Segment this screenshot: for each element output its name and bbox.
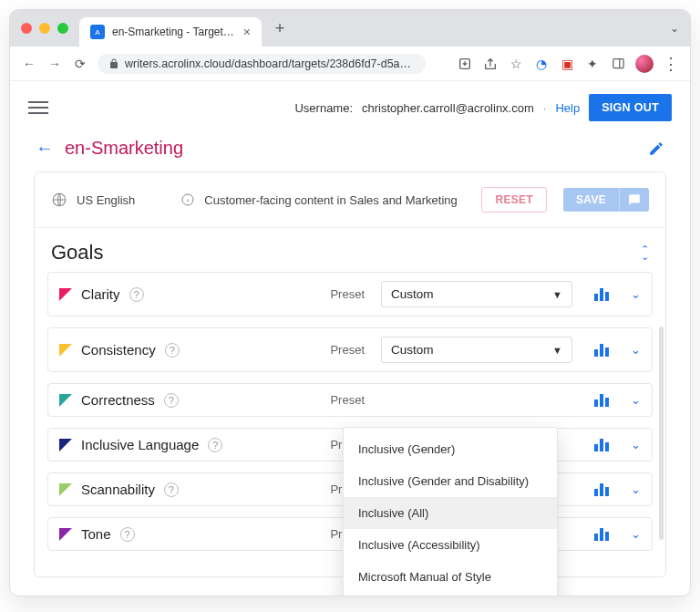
panel-icon[interactable] <box>610 56 626 72</box>
goals-list: Clarity ? Preset Custom ▼ ⌄ Consistency … <box>35 272 665 576</box>
username-label: Username: <box>294 101 353 115</box>
close-window-icon[interactable] <box>21 23 32 34</box>
expand-icon[interactable]: ⌄ <box>631 287 641 301</box>
goal-color-icon <box>59 394 72 407</box>
goal-name: Consistency <box>81 342 156 358</box>
goal-color-icon <box>59 528 72 541</box>
url-text: writers.acrolinx.cloud/dashboard/targets… <box>125 57 415 70</box>
back-arrow-icon[interactable]: ← <box>36 138 54 159</box>
goal-name: Clarity <box>81 286 120 302</box>
page-title: en-Smarketing <box>65 138 183 159</box>
dropdown-item[interactable]: Inclusive (Accessibility) <box>344 529 557 561</box>
chart-icon[interactable] <box>594 528 609 541</box>
scrollbar[interactable] <box>659 327 664 540</box>
goal-color-icon <box>59 483 72 496</box>
extensions-icon[interactable]: ✦ <box>584 56 601 72</box>
preset-select[interactable]: Custom ▼ <box>381 281 572 307</box>
favicon-icon: A <box>90 25 105 39</box>
dropdown-item[interactable]: Microsoft Manual of Style <box>344 561 557 593</box>
page-title-row: ← en-Smarketing <box>10 134 690 171</box>
info-icon[interactable] <box>180 192 195 207</box>
goals-title: Goals <box>51 241 103 265</box>
maximize-window-icon[interactable] <box>57 23 68 34</box>
url-field[interactable]: writers.acrolinx.cloud/dashboard/targets… <box>98 54 426 74</box>
edit-icon[interactable] <box>648 140 664 157</box>
globe-icon <box>51 192 67 208</box>
preset-value: Custom <box>391 287 434 301</box>
back-icon[interactable]: ← <box>21 57 37 71</box>
help-icon[interactable]: ? <box>129 287 144 302</box>
minimize-window-icon[interactable] <box>39 23 50 34</box>
expand-icon[interactable]: ⌄ <box>631 343 641 357</box>
expand-icon[interactable]: ⌄ <box>631 527 641 541</box>
chevron-down-icon: ▼ <box>552 289 562 300</box>
lock-icon <box>108 58 119 69</box>
save-aux-button[interactable] <box>619 188 649 212</box>
help-icon[interactable]: ? <box>164 482 179 497</box>
preset-select[interactable]: Custom ▼ <box>381 337 572 363</box>
goal-row-clarity: Clarity ? Preset Custom ▼ ⌄ <box>47 272 653 316</box>
sign-out-button[interactable]: SIGN OUT <box>589 94 672 121</box>
window-controls <box>21 23 68 34</box>
dropdown-item[interactable]: Inclusive (Gender) <box>344 433 557 465</box>
dropdown-item[interactable]: Inclusive (All) <box>344 497 557 529</box>
svg-rect-3 <box>612 59 623 68</box>
chart-icon[interactable] <box>594 394 609 407</box>
save-button[interactable]: SAVE <box>563 188 619 212</box>
tabs-dropdown-icon[interactable]: ⌄ <box>670 22 679 35</box>
preset-dropdown: Inclusive (Gender) Inclusive (Gender and… <box>343 427 558 596</box>
goal-name: Inclusive Language <box>81 437 199 452</box>
help-icon[interactable]: ? <box>165 343 180 358</box>
help-icon[interactable]: ? <box>208 438 222 452</box>
preset-label: Preset <box>330 393 365 407</box>
address-bar: ← → ⟳ writers.acrolinx.cloud/dashboard/t… <box>10 47 690 81</box>
reload-icon[interactable]: ⟳ <box>72 57 88 71</box>
browser-tab[interactable]: A en-Smarketing - Targets - Acr… × <box>79 17 262 47</box>
goal-name: Tone <box>81 526 111 542</box>
help-link[interactable]: Help <box>555 101 580 115</box>
extension-icon[interactable]: ▣ <box>559 56 575 72</box>
chart-icon[interactable] <box>594 288 609 301</box>
tab-title: en-Smarketing - Targets - Acr… <box>112 26 236 38</box>
goals-header: Goals ⌃⌄ <box>35 228 665 272</box>
forward-icon[interactable]: → <box>46 57 63 71</box>
kebab-menu-icon[interactable]: ⋮ <box>663 54 679 74</box>
goal-name: Scannability <box>81 482 155 497</box>
share-icon[interactable] <box>482 56 499 72</box>
separator: · <box>543 101 547 115</box>
help-icon[interactable]: ? <box>164 393 179 408</box>
goal-row-correctness: Correctness ? Preset ⌄ <box>47 383 653 417</box>
chart-icon[interactable] <box>594 483 609 496</box>
goal-color-icon <box>59 288 72 301</box>
close-tab-icon[interactable]: × <box>243 25 251 39</box>
install-icon[interactable] <box>457 56 473 72</box>
goal-color-icon <box>59 439 72 451</box>
extension-icon[interactable]: ◔ <box>533 56 550 72</box>
dropdown-item[interactable]: Custom <box>344 593 557 596</box>
chart-icon[interactable] <box>594 439 609 451</box>
svg-text:A: A <box>95 28 100 36</box>
goal-row-consistency: Consistency ? Preset Custom ▼ ⌄ <box>47 327 653 372</box>
help-icon[interactable]: ? <box>120 527 135 542</box>
bookmark-icon[interactable]: ☆ <box>508 56 524 72</box>
goal-name: Correctness <box>81 392 155 408</box>
app-header: Username: christopher.carroll@acrolinx.c… <box>10 81 690 134</box>
goal-color-icon <box>59 344 72 357</box>
preset-label: Preset <box>330 343 365 357</box>
expand-icon[interactable]: ⌄ <box>631 393 641 407</box>
description-text: Customer-facing content in Sales and Mar… <box>204 193 472 207</box>
reset-button[interactable]: RESET <box>481 187 547 213</box>
menu-icon[interactable] <box>28 101 48 114</box>
new-tab-button[interactable]: + <box>267 16 293 41</box>
username-value: christopher.carroll@acrolinx.com <box>362 101 534 115</box>
chevron-down-icon: ▼ <box>552 345 562 356</box>
expand-icon[interactable]: ⌄ <box>631 438 641 451</box>
profile-avatar[interactable] <box>635 55 654 73</box>
preset-label: Preset <box>330 287 365 301</box>
sort-toggle-icon[interactable]: ⌃⌄ <box>641 245 649 260</box>
expand-icon[interactable]: ⌄ <box>631 482 641 496</box>
content-card: US English Customer-facing content in Sa… <box>34 171 666 577</box>
chart-icon[interactable] <box>594 344 609 357</box>
dropdown-item[interactable]: Inclusive (Gender and Disability) <box>344 465 557 497</box>
browser-titlebar: A en-Smarketing - Targets - Acr… × + ⌄ <box>10 10 690 47</box>
